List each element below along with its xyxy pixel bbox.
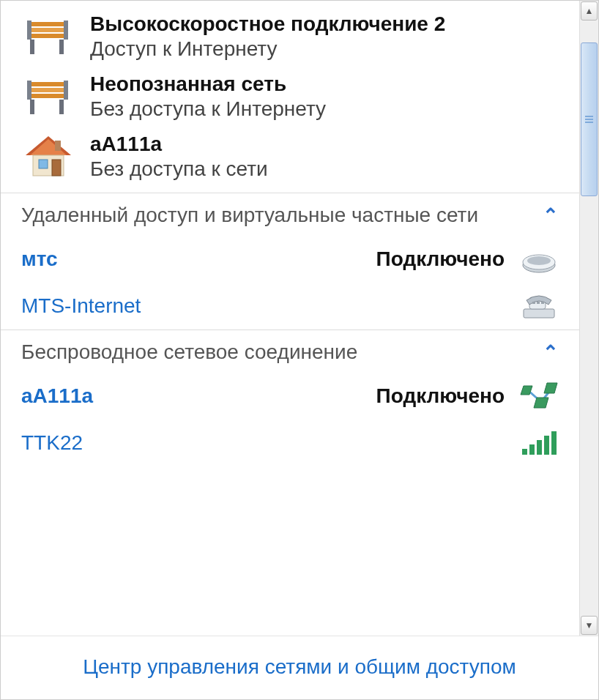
connection-right	[505, 290, 559, 322]
connection-item[interactable]: мтс Подключено	[1, 236, 579, 283]
svg-rect-18	[52, 160, 61, 176]
connection-status: Подключено	[376, 247, 505, 271]
current-networks-section: Высокоскоростное подключение 2 Доступ к …	[1, 1, 579, 193]
svg-rect-23	[524, 309, 554, 318]
svg-rect-0	[29, 22, 65, 26]
network-subtitle: Без доступа к Интернету	[90, 97, 326, 121]
bench-icon	[23, 11, 74, 62]
svg-marker-31	[544, 383, 557, 393]
network-title: Высокоскоростное подключение 2	[90, 12, 445, 36]
connection-name: мтс	[21, 247, 58, 271]
chevron-up-icon: ⌃	[543, 204, 559, 227]
svg-rect-35	[537, 440, 542, 455]
group-header-dialup-vpn[interactable]: Удаленный доступ и виртуальные частные с…	[1, 193, 579, 236]
network-flyout: Высокоскоростное подключение 2 Доступ к …	[1, 1, 598, 699]
svg-rect-34	[529, 444, 535, 455]
svg-rect-8	[29, 88, 65, 92]
group-header-label: Удаленный доступ и виртуальные частные с…	[21, 204, 478, 227]
svg-point-22	[527, 256, 551, 265]
svg-rect-17	[39, 160, 48, 168]
connection-item[interactable]: MTS-Internet	[1, 283, 579, 329]
svg-rect-6	[64, 21, 68, 40]
vertical-scrollbar[interactable]: ▲ ▼	[579, 1, 598, 636]
chevron-up-icon: ⌃	[543, 341, 559, 364]
svg-rect-12	[27, 81, 31, 100]
svg-rect-25	[532, 302, 535, 304]
svg-rect-27	[541, 302, 544, 304]
footer: Центр управления сетями и общим доступом	[1, 636, 598, 699]
svg-rect-37	[551, 431, 557, 455]
bench-icon	[23, 71, 74, 122]
network-text: Неопознанная сеть Без доступа к Интернет…	[90, 72, 326, 121]
phone-modem-icon	[519, 290, 559, 322]
content-pane: Высокоскоростное подключение 2 Доступ к …	[1, 1, 579, 636]
svg-rect-33	[522, 449, 527, 455]
scroll-up-button[interactable]: ▲	[581, 1, 598, 21]
svg-rect-2	[29, 34, 65, 38]
connection-item[interactable]: TTK22	[1, 420, 579, 466]
connection-item[interactable]: aA111a Подключено	[1, 373, 579, 420]
network-nodes-icon	[519, 380, 559, 412]
scroll-thumb[interactable]	[581, 42, 598, 196]
network-item[interactable]: Неопознанная сеть Без доступа к Интернет…	[1, 67, 579, 127]
network-title: aA111a	[90, 133, 268, 156]
connection-right	[505, 427, 559, 459]
svg-rect-3	[30, 40, 34, 54]
svg-rect-26	[537, 302, 540, 304]
network-text: Высокоскоростное подключение 2 Доступ к …	[90, 12, 445, 61]
svg-rect-4	[59, 40, 64, 54]
svg-rect-13	[64, 81, 68, 100]
connection-right: Подключено	[376, 380, 559, 412]
svg-rect-1	[29, 28, 65, 32]
network-item[interactable]: aA111a Без доступа к сети	[1, 127, 579, 187]
svg-rect-10	[30, 100, 34, 114]
svg-rect-11	[59, 100, 64, 114]
svg-rect-19	[55, 141, 61, 151]
connection-status: Подключено	[376, 384, 505, 408]
scroll-down-button[interactable]: ▼	[581, 616, 598, 635]
network-text: aA111a Без доступа к сети	[90, 133, 268, 181]
svg-rect-36	[544, 436, 549, 455]
svg-rect-9	[29, 94, 65, 98]
signal-bars-icon	[519, 427, 559, 459]
connection-name: TTK22	[21, 431, 83, 455]
connection-name: aA111a	[21, 384, 93, 408]
group-header-wireless[interactable]: Беспроводное сетевое соединение ⌃	[1, 330, 579, 373]
connection-right: Подключено	[376, 243, 559, 275]
connection-name: MTS-Internet	[21, 294, 141, 318]
group-header-label: Беспроводное сетевое соединение	[21, 340, 357, 364]
modem-icon	[519, 243, 559, 275]
svg-rect-5	[27, 21, 31, 40]
scroll-track[interactable]	[581, 22, 598, 614]
svg-rect-7	[29, 82, 65, 86]
network-item[interactable]: Высокоскоростное подключение 2 Доступ к …	[1, 7, 579, 67]
open-network-center-link[interactable]: Центр управления сетями и общим доступом	[83, 655, 516, 678]
network-subtitle: Доступ к Интернету	[90, 37, 445, 61]
body-area: Высокоскоростное подключение 2 Доступ к …	[1, 1, 598, 636]
svg-marker-32	[534, 398, 548, 408]
network-title: Неопознанная сеть	[90, 72, 326, 96]
house-icon	[23, 131, 74, 182]
network-subtitle: Без доступа к сети	[90, 157, 268, 181]
